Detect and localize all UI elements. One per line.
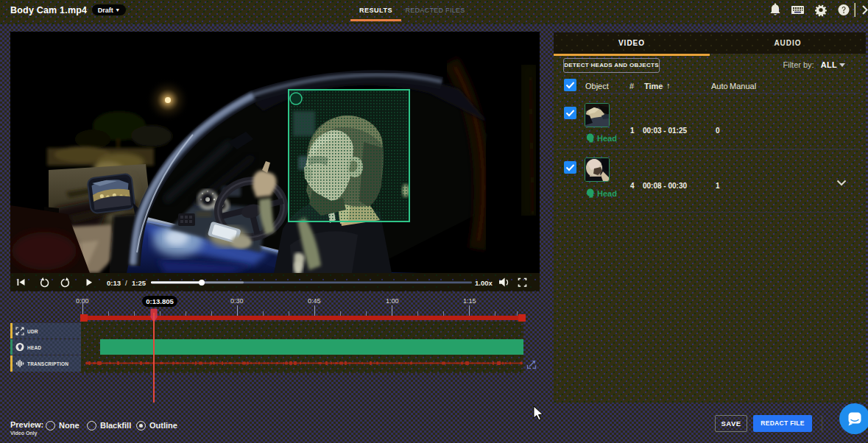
svg-text:1.00x: 1.00x bbox=[475, 279, 493, 287]
svg-text:1:25: 1:25 bbox=[132, 279, 147, 287]
svg-text:/: / bbox=[125, 279, 127, 287]
svg-text:0:13: 0:13 bbox=[107, 279, 121, 287]
